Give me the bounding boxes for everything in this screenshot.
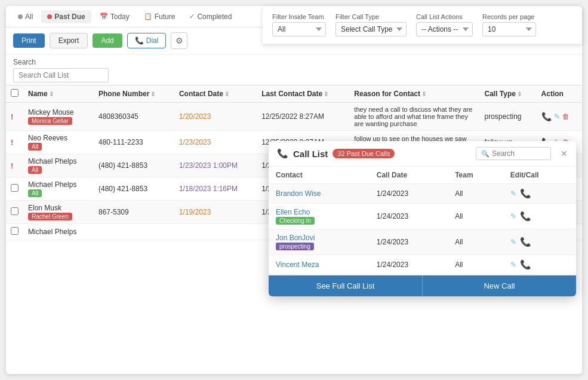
popup-search-container: 🔍	[476, 147, 551, 160]
print-button[interactable]: Print	[13, 33, 45, 48]
checking-in-badge: Checking In	[276, 217, 315, 225]
popup-table-row: Vincent Meza 1/24/2023 All ✎ 📞	[269, 255, 576, 275]
search-input[interactable]	[13, 68, 109, 82]
popup-table-row: Ellen Echo Checking In 1/24/2023 All ✎ 📞	[269, 204, 576, 229]
add-button[interactable]: Add	[93, 33, 122, 48]
row-contact-date-cell: 1/23/2023	[174, 131, 257, 154]
row-checkbox[interactable]	[11, 184, 19, 192]
row-checkbox-cell: !	[6, 154, 23, 177]
edit-contact-icon[interactable]: ✎	[510, 261, 516, 269]
dial-button[interactable]: 📞 Dial	[127, 33, 167, 48]
popup-team-cell: All	[448, 184, 503, 204]
popup-contact-cell: Vincent Meza	[269, 255, 370, 275]
exclamation-icon: !	[11, 112, 13, 121]
phone-icon: 📞	[277, 148, 288, 159]
inside-team-select[interactable]: All	[272, 22, 326, 36]
row-name-cell: Michael Phelps All	[23, 177, 94, 201]
delete-icon[interactable]: 🗑	[562, 112, 569, 121]
contact-badge: All	[28, 189, 42, 197]
contact-name: Michael Phelps	[28, 228, 89, 236]
popup-header-row: Contact Call Date Team Edit/Call	[269, 167, 576, 184]
actions-select[interactable]: -- Actions --	[416, 22, 473, 36]
tab-today[interactable]: 📅 Today	[94, 10, 136, 23]
contact-link[interactable]: Ellen Echo	[276, 208, 310, 216]
row-checkbox-cell: !	[6, 103, 23, 131]
select-all-header	[6, 85, 23, 103]
tab-all[interactable]: All	[12, 10, 39, 23]
sort-name-icon[interactable]: ⇕	[49, 91, 54, 97]
popup-team-cell: All	[448, 255, 503, 275]
sort-contact-icon[interactable]: ⇕	[224, 91, 229, 97]
edit-call-group: ✎ 📞	[510, 237, 569, 247]
popup-search-input[interactable]	[492, 149, 546, 158]
search-label: Search	[13, 58, 575, 66]
close-icon[interactable]: ✕	[561, 149, 568, 158]
sort-phone-icon[interactable]: ⇕	[150, 91, 155, 97]
row-action-cell: 📞 ✎ 🗑	[537, 103, 582, 131]
records-per-page-select[interactable]: 10 25 50	[482, 22, 536, 36]
edit-call-group: ✎ 📞	[510, 259, 569, 270]
call-contact-icon[interactable]: 📞	[520, 188, 531, 199]
actions-label: Call List Actions	[416, 13, 473, 20]
contact-link[interactable]: Vincent Meza	[276, 261, 319, 269]
popup-title-text: Call List	[293, 149, 328, 159]
call-icon[interactable]: 📞	[541, 112, 552, 121]
row-contact-date-cell: 1/19/2023	[174, 201, 257, 224]
row-contact-date-cell: 1/23/2023 1:00PM	[174, 154, 257, 177]
dot-all-icon	[18, 14, 23, 19]
export-button[interactable]: Export	[50, 33, 88, 48]
col-last-contact: Last Contact Date⇕	[257, 85, 349, 103]
popup-edit-call-cell: ✎ 📞	[503, 184, 576, 204]
see-full-call-list-button[interactable]: See Full Call List	[269, 275, 423, 296]
call-type-select[interactable]: Select Call Type	[335, 22, 407, 36]
sort-call-type-icon[interactable]: ⇕	[517, 91, 522, 97]
row-phone-cell: (480) 421-8853	[94, 177, 174, 201]
edit-contact-icon[interactable]: ✎	[510, 189, 516, 198]
popup-team-cell: All	[448, 204, 503, 229]
sort-last-contact-icon[interactable]: ⇕	[324, 91, 328, 97]
edit-call-group: ✎ 📞	[510, 211, 569, 222]
edit-call-group: ✎ 📞	[510, 188, 569, 199]
edit-icon[interactable]: ✎	[554, 112, 560, 121]
row-checkbox-cell	[6, 201, 23, 224]
popup-edit-call-cell: ✎ 📞	[503, 255, 576, 275]
settings-button[interactable]: ⚙	[171, 32, 187, 49]
popup-edit-call-cell: ✎ 📞	[503, 204, 576, 229]
exclamation-icon: !	[11, 161, 13, 170]
popup-team-cell: All	[448, 229, 503, 255]
call-type-label: Filter Call Type	[335, 13, 407, 20]
popup-table-body: Brandon Wise 1/24/2023 All ✎ 📞 Ellen Ech…	[269, 184, 576, 275]
contact-date: 1/18/2023 1:16PM	[179, 185, 238, 193]
popup-edit-call-cell: ✎ 📞	[503, 229, 576, 255]
call-contact-icon[interactable]: 📞	[520, 237, 531, 247]
edit-contact-icon[interactable]: ✎	[510, 212, 516, 220]
new-call-button[interactable]: New Call	[423, 275, 576, 296]
edit-contact-icon[interactable]: ✎	[510, 238, 516, 246]
contact-link[interactable]: Brandon Wise	[276, 189, 321, 198]
row-checkbox[interactable]	[11, 227, 19, 235]
select-all-checkbox[interactable]	[11, 89, 19, 97]
row-reason-cell: they need a call to discuss what they ar…	[349, 103, 479, 131]
row-phone-cell	[94, 224, 174, 240]
records-per-page-group: Records per page 10 25 50	[482, 13, 536, 36]
tab-future[interactable]: 📋 Future	[138, 10, 181, 23]
popup-search-icon: 🔍	[481, 150, 490, 158]
col-name: Name⇕	[23, 85, 94, 103]
call-contact-icon[interactable]: 📞	[520, 259, 531, 270]
row-checkbox-cell: !	[6, 131, 23, 154]
filter-bar: Filter Inside Team All Filter Call Type …	[263, 6, 582, 44]
contact-name: Michael Phelps	[28, 157, 89, 166]
row-checkbox[interactable]	[11, 207, 19, 215]
prospecting-badge: prospecting	[276, 243, 314, 250]
sort-reason-icon[interactable]: ⇕	[421, 91, 426, 97]
phone-dial-icon: 📞	[135, 36, 144, 45]
tab-past-due[interactable]: Past Due	[41, 10, 91, 23]
row-name-cell: Mickey Mouse Monica Gellar	[23, 103, 94, 131]
call-contact-icon[interactable]: 📞	[520, 211, 531, 222]
popup-col-contact: Contact	[269, 167, 370, 184]
tab-completed[interactable]: ✓ Completed	[183, 10, 238, 23]
contact-link[interactable]: Jon BonJovi	[276, 234, 315, 242]
popup-contact-cell: Ellen Echo Checking In	[269, 204, 370, 229]
gear-icon: ⚙	[176, 36, 183, 45]
row-last-contact-cell: 12/25/2022 8:27AM	[257, 103, 349, 131]
